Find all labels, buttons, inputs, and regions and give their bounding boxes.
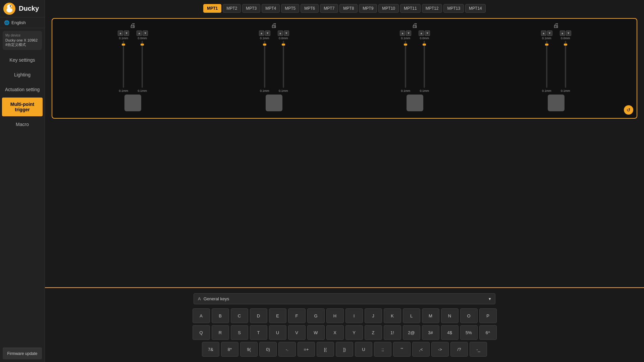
mpt-tab-mpt6[interactable]: MPT6	[301, 4, 319, 13]
mpt-tab-mpt11[interactable]: MPT11	[400, 4, 421, 13]
sidebar-item-actuation-setting[interactable]: Actuation setting	[0, 82, 45, 97]
mpt-tab-mpt12[interactable]: MPT12	[422, 4, 442, 13]
slider-up-button[interactable]: ▲	[419, 31, 424, 36]
sidebar-item-key-settings[interactable]: Key settings	[0, 53, 45, 67]
slider-track[interactable]	[424, 41, 425, 88]
mpt-key-square[interactable]	[548, 95, 565, 111]
slider-track[interactable]	[405, 41, 406, 88]
mpt-tab-mpt14[interactable]: MPT14	[465, 4, 486, 13]
language-selector[interactable]: 🌐 English	[0, 17, 45, 28]
key-S[interactable]: S	[231, 325, 248, 340]
mpt-tab-mpt5[interactable]: MPT5	[281, 4, 299, 13]
key-C[interactable]: C	[231, 308, 248, 323]
key-1_[interactable]: 1!	[384, 325, 401, 340]
key-__[interactable]: ->	[431, 342, 449, 357]
slider-down-button[interactable]: ▼	[566, 31, 571, 36]
key-X[interactable]: X	[326, 325, 344, 340]
slider-up-button[interactable]: ▲	[137, 31, 142, 36]
sidebar-item-multi-point-trigger[interactable]: Multi-point trigger	[2, 98, 43, 116]
key-T[interactable]: T	[250, 325, 267, 340]
sidebar-item-lighting[interactable]: Lighting	[0, 67, 45, 82]
key-3_[interactable]: 3#	[422, 325, 439, 340]
key-V[interactable]: V	[288, 325, 306, 340]
slider-handle[interactable]	[423, 44, 426, 46]
mpt-tab-mpt4[interactable]: MPT4	[262, 4, 280, 13]
key-D[interactable]: D	[250, 308, 267, 323]
key-U[interactable]: U	[355, 342, 372, 357]
mpt-key-square[interactable]	[407, 95, 423, 111]
slider-up-button[interactable]: ▲	[118, 31, 123, 36]
key-8_[interactable]: 8*	[221, 342, 238, 357]
key-__[interactable]: =+	[298, 342, 315, 357]
sidebar-item-macro[interactable]: Macro	[0, 117, 45, 132]
mpt-key-square[interactable]	[266, 95, 282, 111]
slider-handle[interactable]	[545, 44, 548, 46]
slider-down-button[interactable]: ▼	[406, 31, 411, 36]
firmware-update-button[interactable]: Firmware update	[3, 348, 42, 359]
key-U[interactable]: U	[269, 325, 286, 340]
slider-track[interactable]	[546, 41, 547, 88]
key-2_[interactable]: 2@	[403, 325, 420, 340]
key-P[interactable]: P	[479, 308, 497, 323]
slider-track[interactable]	[565, 41, 566, 88]
key-I[interactable]: I	[345, 308, 363, 323]
key-0_[interactable]: 0)	[259, 342, 277, 357]
key-__[interactable]: '"	[393, 342, 411, 357]
key-O[interactable]: O	[460, 308, 478, 323]
mpt-tab-mpt3[interactable]: MPT3	[242, 4, 260, 13]
key-Q[interactable]: Q	[193, 325, 210, 340]
slider-track[interactable]	[264, 41, 265, 88]
key-H[interactable]: H	[326, 308, 344, 323]
key-__[interactable]: ;;	[374, 342, 391, 357]
slider-track[interactable]	[283, 41, 284, 88]
slider-down-button[interactable]: ▼	[265, 31, 270, 36]
key-6_[interactable]: 6^	[479, 325, 497, 340]
key-M[interactable]: M	[422, 308, 439, 323]
general-keys-dropdown[interactable]: A General keys ▾	[194, 293, 495, 304]
key-7_[interactable]: 7&	[202, 342, 219, 357]
slider-up-button[interactable]: ▲	[278, 31, 283, 36]
key-5_[interactable]: 5%	[460, 325, 478, 340]
slider-down-button[interactable]: ▼	[284, 31, 289, 36]
key-W[interactable]: W	[307, 325, 325, 340]
slider-track[interactable]	[142, 41, 143, 88]
key-N[interactable]: N	[441, 308, 459, 323]
slider-down-button[interactable]: ▼	[425, 31, 430, 36]
slider-down-button[interactable]: ▼	[124, 31, 129, 36]
mpt-tab-mpt8[interactable]: MPT8	[339, 4, 358, 13]
key-B[interactable]: B	[212, 308, 229, 323]
slider-down-button[interactable]: ▼	[143, 31, 148, 36]
key-__[interactable]: ,<	[412, 342, 430, 357]
mpt-tab-mpt1[interactable]: MPT1	[203, 4, 221, 13]
slider-handle[interactable]	[122, 44, 125, 46]
key-__[interactable]: ]}	[336, 342, 353, 357]
key-__[interactable]: /?	[450, 342, 468, 357]
slider-up-button[interactable]: ▲	[259, 31, 264, 36]
mpt-tab-mpt9[interactable]: MPT9	[359, 4, 377, 13]
key-A[interactable]: A	[193, 308, 210, 323]
slider-down-button[interactable]: ▼	[547, 31, 552, 36]
slider-handle[interactable]	[263, 44, 266, 46]
mpt-tab-mpt13[interactable]: MPT13	[443, 4, 464, 13]
key-4_[interactable]: 4$	[441, 325, 459, 340]
key-K[interactable]: K	[384, 308, 401, 323]
mpt-tab-mpt7[interactable]: MPT7	[320, 4, 338, 13]
key-Y[interactable]: Y	[345, 325, 363, 340]
key-E[interactable]: E	[269, 308, 286, 323]
slider-up-button[interactable]: ▲	[541, 31, 546, 36]
slider-handle[interactable]	[282, 44, 285, 46]
key-G[interactable]: G	[307, 308, 325, 323]
key-__[interactable]: -_	[470, 342, 487, 357]
mpt-tab-mpt2[interactable]: MPT2	[223, 4, 241, 13]
key-9_[interactable]: 9(	[240, 342, 258, 357]
reset-button[interactable]: ↺	[624, 105, 633, 115]
key-L[interactable]: L	[403, 308, 420, 323]
key-Z[interactable]: Z	[365, 325, 382, 340]
key-J[interactable]: J	[365, 308, 382, 323]
slider-handle[interactable]	[404, 44, 407, 46]
slider-track[interactable]	[123, 41, 124, 88]
mpt-tab-mpt10[interactable]: MPT10	[378, 4, 399, 13]
slider-handle[interactable]	[141, 44, 144, 46]
mpt-key-square[interactable]	[124, 95, 141, 111]
slider-up-button[interactable]: ▲	[560, 31, 565, 36]
